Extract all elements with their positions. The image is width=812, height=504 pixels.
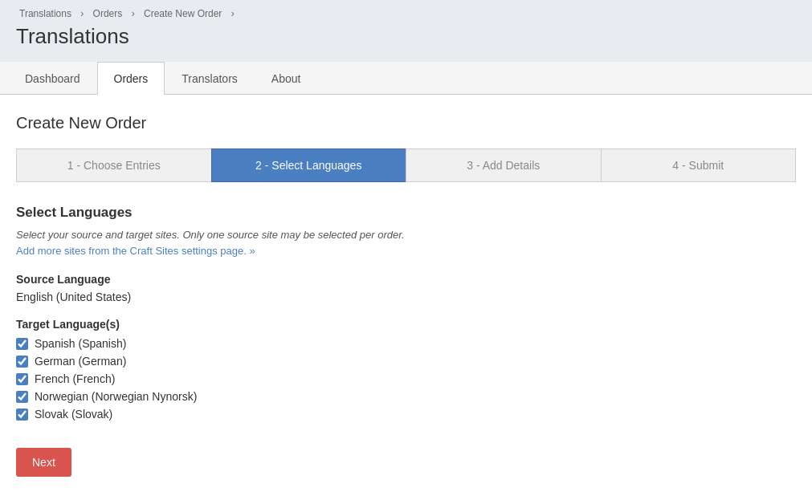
checkbox-norwegian[interactable] <box>16 391 28 403</box>
tab-orders[interactable]: Orders <box>97 62 165 95</box>
tab-translators[interactable]: Translators <box>165 62 255 95</box>
list-item: Norwegian (Norwegian Nynorsk) <box>16 390 796 403</box>
source-language-label: Source Language <box>16 273 796 286</box>
breadcrumb-sep3: › <box>231 8 235 19</box>
tab-bar: Dashboard Orders Translators About <box>0 62 812 95</box>
header-area: Translations › Orders › Create New Order… <box>0 0 812 62</box>
craft-sites-link[interactable]: Add more sites from the Craft Sites sett… <box>16 245 255 257</box>
label-french: French (French) <box>35 372 115 385</box>
breadcrumb-sep1: › <box>80 8 84 19</box>
label-norwegian: Norwegian (Norwegian Nynorsk) <box>35 390 197 403</box>
main-content: Create New Order 1 - Choose Entries 2 - … <box>0 95 812 496</box>
list-item: German (German) <box>16 355 796 368</box>
source-language-value: English (United States) <box>16 291 796 303</box>
list-item: Slovak (Slovak) <box>16 408 796 421</box>
breadcrumb-sep2: › <box>132 8 135 19</box>
breadcrumb-orders[interactable]: Orders <box>93 8 123 19</box>
select-languages-title: Select Languages <box>16 205 796 221</box>
step-choose-entries[interactable]: 1 - Choose Entries <box>16 148 211 182</box>
list-item: Spanish (Spanish) <box>16 337 796 350</box>
page-title: Translations <box>16 24 796 49</box>
source-language-section: Source Language English (United States) <box>16 273 796 303</box>
label-german: German (German) <box>35 355 126 368</box>
tab-about[interactable]: About <box>255 62 318 95</box>
section-title: Create New Order <box>16 114 796 132</box>
tab-dashboard[interactable]: Dashboard <box>8 62 97 95</box>
target-languages-section: Target Language(s) Spanish (Spanish) Ger… <box>16 318 796 421</box>
next-button[interactable]: Next <box>16 448 71 477</box>
breadcrumb: Translations › Orders › Create New Order… <box>16 8 796 19</box>
select-languages-description: Select your source and target sites. Onl… <box>16 229 796 241</box>
breadcrumb-create-new-order: Create New Order <box>144 8 222 19</box>
target-languages-label: Target Language(s) <box>16 318 796 331</box>
checkbox-french[interactable] <box>16 373 28 385</box>
step-submit[interactable]: 4 - Submit <box>601 148 797 182</box>
label-slovak: Slovak (Slovak) <box>35 408 112 421</box>
checkbox-slovak[interactable] <box>16 408 28 421</box>
label-spanish: Spanish (Spanish) <box>35 337 126 350</box>
checkbox-german[interactable] <box>16 356 28 368</box>
checkbox-spanish[interactable] <box>16 338 28 350</box>
breadcrumb-translations[interactable]: Translations <box>19 8 71 19</box>
step-select-languages[interactable]: 2 - Select Languages <box>211 148 406 182</box>
list-item: French (French) <box>16 372 796 385</box>
steps-row: 1 - Choose Entries 2 - Select Languages … <box>16 148 796 182</box>
step-add-details[interactable]: 3 - Add Details <box>406 148 601 182</box>
